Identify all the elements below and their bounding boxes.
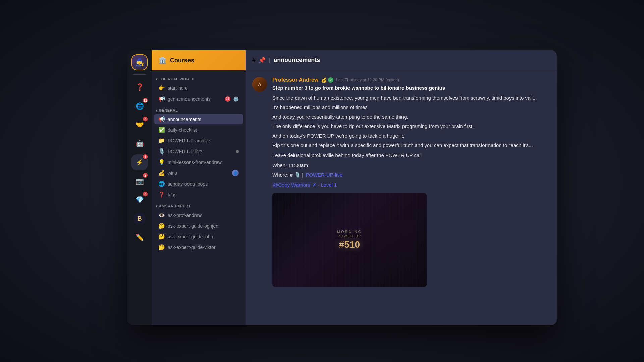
channel-ask-viktor[interactable]: 🤔 ask-expert-guide-viktor <box>154 242 243 252</box>
channel-name-ask-john: ask-expert-guide-john <box>168 234 239 239</box>
help-icon-item[interactable]: ❓ <box>131 79 148 95</box>
channel-mini-lessons[interactable]: 💡 mini-lessons-from-andrew <box>154 157 243 167</box>
channel-name-gen-announcements: gen-announcements <box>168 96 222 102</box>
diamond-icon: 💎 <box>136 196 144 204</box>
channel-start-here[interactable]: 👉 start-here <box>154 83 243 93</box>
copy-warriors-mention[interactable]: @Copy Warriors <box>272 182 311 188</box>
ask-viktor-icon: 🤔 <box>158 244 165 250</box>
message-professor-andrew: A Professor Andrew 💰 ✓ Last Thursday at … <box>252 77 550 287</box>
message-bold-title: Step number 3 to go from brokie wannabe … <box>272 85 445 91</box>
channel-faqs[interactable]: ❓ faqs <box>154 189 243 200</box>
channel-wins[interactable]: 💰 wins 👤 <box>154 168 243 178</box>
sidebar-scroll-area: THE REAL WORLD 👉 start-here 📢 gen-announ… <box>152 70 246 325</box>
channel-name-start-here: start-here <box>168 85 239 91</box>
power-up-live-icon: 🎙️ <box>158 148 165 155</box>
announcements-icon: 📢 <box>158 116 165 122</box>
message-image-embed: MORNING POWER UP #510 <box>272 193 427 287</box>
gen-announcements-badge: 11 <box>225 96 230 102</box>
message-paragraph-2: It's happened millions and millions of t… <box>272 104 550 111</box>
faqs-icon: ❓ <box>158 191 165 198</box>
settings-icon-gen: ⚙️ <box>233 96 239 102</box>
money-bag-badge-icon: 💰 <box>321 77 327 83</box>
robot-icon: 🤖 <box>136 139 144 147</box>
channel-separator: | <box>269 57 270 63</box>
courses-button[interactable]: 🏛️ Courses <box>152 50 246 70</box>
channel-name-mini-lessons: mini-lessons-from-andrew <box>168 160 239 165</box>
power-up-image: MORNING POWER UP #510 <box>272 193 427 287</box>
message-author-name: Professor Andrew <box>272 77 318 83</box>
channel-name-ask-viktor: ask-expert-guide-viktor <box>168 245 239 250</box>
pen-icon-item[interactable]: ✏️ <box>131 229 148 245</box>
mention-level: ✗ · Level 1 <box>312 182 337 188</box>
message-text-body: Step number 3 to go from brokie wannabe … <box>272 84 550 189</box>
globe-icon: 🌐 <box>136 102 144 110</box>
message-mention-line: @Copy Warriors ✗ · Level 1 <box>272 181 550 189</box>
verified-badge-icon: ✓ <box>328 77 333 83</box>
channel-ask-ognjen[interactable]: 🤔 ask-expert-guide-ognjen <box>154 221 243 231</box>
camera-icon-item[interactable]: 📷 2 <box>131 173 148 189</box>
message-badge-container: 💰 ✓ <box>321 77 333 83</box>
sunday-ooda-icon: 🌐 <box>158 181 165 187</box>
channel-power-up-live[interactable]: 🎙️ POWER-UP-live <box>154 146 243 157</box>
help-icon: ❓ <box>136 83 144 91</box>
online-indicator <box>236 150 239 153</box>
main-server-icon[interactable]: 🧙 <box>131 54 148 70</box>
channel-name-daily-checklist: daily-checklist <box>168 127 239 133</box>
category-general[interactable]: GENERAL <box>152 104 246 114</box>
where-label: Where: # 🎙️ | <box>272 172 305 178</box>
wins-user-avatar: 👤 <box>232 170 239 176</box>
category-the-real-world-label: THE REAL WORLD <box>159 77 195 81</box>
power-up-live-link[interactable]: POWER-UP-live <box>305 172 343 178</box>
trw-logo-icon: ⚡ <box>136 159 143 166</box>
diamond-icon-item[interactable]: 💎 3 <box>131 192 148 208</box>
channel-ask-john[interactable]: 🤔 ask-expert-guide-john <box>154 231 243 242</box>
message-where: Where: # 🎙️ | POWER-UP-live <box>272 171 550 179</box>
globe-icon-item[interactable]: 🌐 11 <box>131 98 148 114</box>
message-paragraph-1: Since the dawn of human existence, young… <box>272 94 550 102</box>
courses-building-icon: 🏛️ <box>158 56 167 64</box>
morning-label: MORNING <box>337 230 362 234</box>
category-the-real-world[interactable]: THE REAL WORLD <box>152 73 246 82</box>
divider <box>133 74 146 75</box>
b-icon-item[interactable]: B <box>131 210 148 227</box>
handshake-badge: 3 <box>142 116 148 122</box>
ask-john-icon: 🤔 <box>158 233 165 240</box>
message-paragraph-5: And on today's POWER UP we're going to t… <box>272 132 550 140</box>
message-paragraph-6: Rip this one out and replace it with a s… <box>272 142 550 149</box>
message-paragraph-3: And today you're essentially attempting … <box>272 113 550 121</box>
trw-icon-item[interactable]: ⚡ 1 <box>131 154 148 170</box>
channel-daily-checklist[interactable]: ✅ daily-checklist <box>154 125 243 135</box>
messages-area[interactable]: A Professor Andrew 💰 ✓ Last Thursday at … <box>246 70 557 325</box>
channel-power-up-archive[interactable]: 📁 POWER-UP-archive <box>154 135 243 146</box>
start-here-icon: 👉 <box>158 85 165 91</box>
app-container: 🧙 ❓ 🌐 11 🤝 3 🤖 ⚡ 1 📷 2 💎 3 B <box>127 50 557 325</box>
power-up-archive-icon: 📁 <box>158 137 165 144</box>
gen-announcements-icon: 📢 <box>158 96 165 102</box>
handshake-icon-item[interactable]: 🤝 3 <box>131 117 148 133</box>
mini-lessons-icon: 💡 <box>158 159 165 165</box>
b-circle-icon: B <box>133 213 146 225</box>
ask-prof-andrew-icon: 👁️ <box>158 212 165 218</box>
pen-icon: ✏️ <box>136 233 144 241</box>
diamond-badge: 3 <box>142 191 148 197</box>
channel-announcements[interactable]: 📢 announcements <box>154 114 243 124</box>
daily-checklist-icon: ✅ <box>158 127 165 133</box>
message-paragraph-4: The only difference is you have to rip o… <box>272 123 550 130</box>
category-ask-expert[interactable]: ASK AN EXPERT <box>152 200 246 209</box>
handshake-icon: 🤝 <box>136 121 144 129</box>
message-paragraph-7: Leave delusional brokieville behind toda… <box>272 152 550 159</box>
professor-avatar: A <box>252 77 267 92</box>
channel-ask-prof-andrew[interactable]: 👁️ ask-prof-andrew <box>154 210 243 220</box>
channel-sunday-ooda-loops[interactable]: 🌐 sunday-ooda-loops <box>154 179 243 189</box>
channel-gen-announcements[interactable]: 📢 gen-announcements 11 ⚙️ <box>154 94 243 104</box>
channel-header: # 📌 | announcements <box>246 50 557 70</box>
main-content: # 📌 | announcements A Professor Andrew 💰… <box>246 50 557 325</box>
message-timestamp: Last Thursday at 12:20 PM (edited) <box>336 78 399 82</box>
camera-icon: 📷 <box>136 177 144 185</box>
robot-icon-item[interactable]: 🤖 <box>131 135 148 152</box>
channel-name-announcements: announcements <box>168 117 239 122</box>
courses-label: Courses <box>170 57 194 64</box>
channel-hash-icon: # <box>252 57 256 64</box>
channel-header-name: announcements <box>274 57 320 64</box>
power-up-number: #510 <box>337 239 362 250</box>
